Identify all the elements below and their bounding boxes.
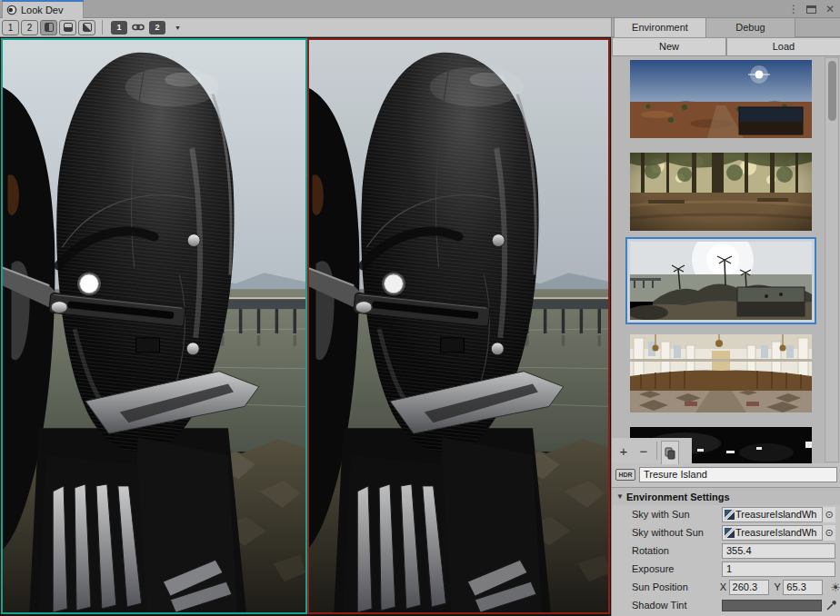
sun-y-label: Y	[775, 581, 784, 592]
env-thumbnail-treasure-island[interactable]	[630, 242, 812, 320]
single-view-2-button[interactable]: 2	[21, 20, 38, 35]
split-horizontal-view-button[interactable]	[59, 20, 76, 35]
object-picker-icon[interactable]: ⊙	[822, 525, 835, 541]
sun-picker-icon[interactable]: ☀	[830, 581, 840, 594]
object-picker-icon[interactable]: ⊙	[822, 507, 835, 522]
camera-1-button[interactable]: 1	[111, 21, 127, 35]
robot-head-scene-1	[3, 40, 305, 612]
hdr-badge: HDR	[615, 469, 635, 481]
sky-with-sun-object-field[interactable]: TreasureIslandWh ⊙	[722, 507, 835, 522]
selected-thumbnail-frame	[625, 237, 816, 324]
cubemap-icon	[725, 528, 735, 538]
sun-position-row: Sun Position X Y ☀	[612, 578, 840, 596]
window-title: Look Dev	[21, 5, 63, 15]
split-horizontal-icon	[64, 23, 73, 32]
settings-header-title: Environment Settings	[626, 492, 730, 502]
eyedropper-icon[interactable]	[825, 600, 837, 611]
sun-x-label: X	[720, 581, 729, 592]
lookdev-view-1[interactable]	[1, 38, 307, 614]
lookdev-window-tab[interactable]: Look Dev	[2, 0, 84, 18]
remove-environment-button[interactable]: −	[635, 441, 653, 461]
camera-2-button[interactable]: 2	[149, 21, 165, 35]
title-bar: Look Dev ⋮ ✕	[0, 0, 840, 18]
thumbnail-scrollbar-thumb[interactable]	[828, 61, 836, 121]
environment-thumbnail-list	[612, 56, 840, 463]
sky-without-sun-label: Sky without Sun	[632, 527, 722, 538]
link-cameras-button[interactable]	[131, 20, 145, 35]
shadow-tint-color-swatch[interactable]	[722, 600, 822, 611]
sun-position-label: Sun Position	[632, 581, 720, 592]
forest-preview	[630, 153, 812, 231]
toolbar-dropdown-icon[interactable]: ▼	[175, 25, 181, 31]
lookdev-view-2[interactable]	[307, 38, 610, 614]
exposure-label: Exposure	[632, 563, 722, 574]
treasure-island-preview	[630, 242, 812, 320]
window-maximize-icon[interactable]	[806, 5, 816, 14]
tab-debug[interactable]: Debug	[706, 18, 795, 37]
load-button[interactable]: Load	[726, 37, 840, 56]
split-diagonal-icon	[83, 23, 92, 32]
lookdev-viewport	[0, 37, 611, 616]
sun-x-input[interactable]	[729, 580, 769, 595]
exposure-row: Exposure	[612, 560, 840, 578]
duplicate-environment-button[interactable]	[661, 441, 679, 464]
rotation-input[interactable]	[722, 543, 835, 559]
foldout-icon[interactable]: ▼	[616, 492, 624, 501]
sun-y-input[interactable]	[783, 580, 823, 595]
church-interior-preview	[630, 334, 812, 412]
panel-tab-bar: Environment Debug	[612, 18, 840, 37]
sky-with-sun-row: Sky with Sun TreasureIslandWh ⊙	[612, 505, 840, 523]
cubemap-icon	[725, 510, 735, 520]
sky-without-sun-row: Sky without Sun TreasureIslandWh ⊙	[612, 523, 840, 541]
duplicate-icon	[665, 447, 675, 460]
shadow-tint-row: Shadow Tint	[612, 596, 840, 614]
robot-head-scene-2	[309, 40, 608, 612]
sky-with-sun-label: Sky with Sun	[632, 509, 722, 520]
library-actions: New Load	[612, 37, 840, 56]
new-button[interactable]: New	[612, 37, 726, 56]
rotation-row: Rotation	[612, 541, 840, 560]
sky-without-sun-object-field[interactable]: TreasureIslandWh ⊙	[722, 525, 835, 541]
toolbar-separator	[102, 20, 103, 35]
add-environment-button[interactable]: +	[615, 441, 633, 461]
desert-sun-preview	[630, 60, 812, 138]
exposure-input[interactable]	[722, 561, 835, 577]
window-close-icon[interactable]: ✕	[825, 3, 835, 15]
lookdev-eye-icon	[6, 5, 17, 15]
environment-settings-header[interactable]: ▼ Environment Settings	[612, 487, 840, 505]
environment-name-input[interactable]	[639, 467, 837, 482]
hdr-name-row: HDR	[612, 463, 840, 485]
thumbnail-scrollbar[interactable]	[825, 57, 839, 462]
split-zone-view-button[interactable]	[78, 20, 95, 35]
rotation-label: Rotation	[632, 545, 722, 556]
side-by-side-view-button[interactable]	[40, 20, 57, 35]
split-vertical-icon	[45, 23, 54, 32]
environment-library-toolbar: + −	[612, 438, 692, 463]
env-toolbar-separator	[656, 442, 657, 460]
env-thumbnail-forest[interactable]	[630, 153, 812, 231]
environment-panel: Environment Debug New Load	[611, 18, 840, 616]
link-icon	[132, 23, 145, 32]
single-view-1-button[interactable]: 1	[2, 20, 19, 35]
shadow-tint-label: Shadow Tint	[632, 600, 722, 611]
lookdev-toolbar: 1 2 1 2 ▼	[0, 18, 611, 37]
tab-environment[interactable]: Environment	[614, 18, 706, 37]
env-thumbnail-desert-sun[interactable]	[630, 60, 812, 138]
env-thumbnail-church[interactable]	[630, 334, 812, 412]
window-menu-icon[interactable]: ⋮	[788, 3, 797, 15]
